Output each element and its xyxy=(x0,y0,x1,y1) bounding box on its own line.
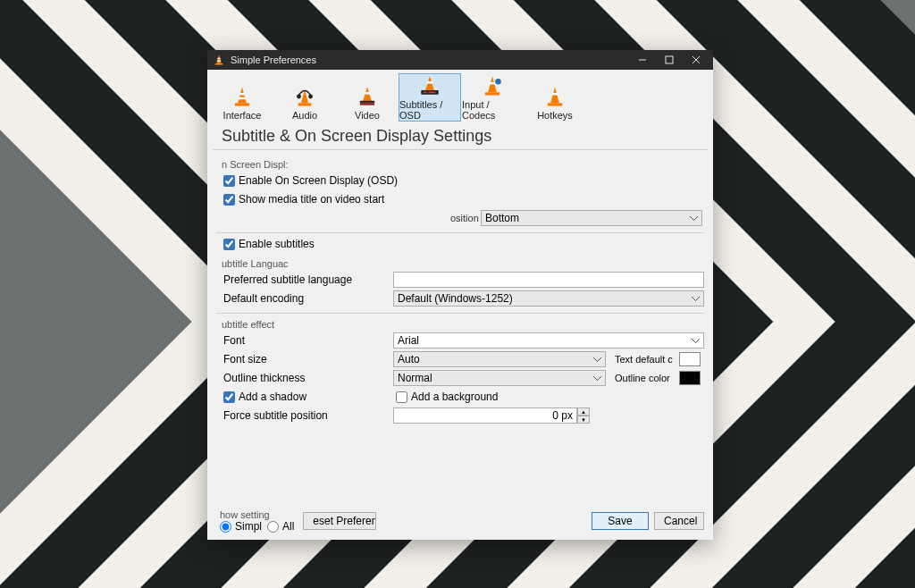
svg-rect-25 xyxy=(428,92,435,94)
minimize-button[interactable] xyxy=(629,50,656,70)
subtitles-cone-icon xyxy=(417,74,442,97)
osd-position-label: osition xyxy=(450,213,481,223)
font-select[interactable]: Arial xyxy=(393,332,704,349)
svg-rect-20 xyxy=(360,101,374,103)
osd-position-select[interactable]: Bottom xyxy=(481,210,702,226)
svg-rect-18 xyxy=(365,92,371,94)
add-background-label: Add a background xyxy=(411,391,498,403)
add-background-checkbox[interactable] xyxy=(396,391,407,403)
outline-thickness-select[interactable]: Normal xyxy=(393,370,606,386)
font-label: Font xyxy=(216,334,393,347)
headphones-cone-icon xyxy=(292,85,317,108)
default-encoding-select[interactable]: Default (Windows-1252) xyxy=(393,290,704,307)
svg-rect-11 xyxy=(239,97,246,99)
svg-rect-24 xyxy=(424,92,427,94)
preferred-language-input[interactable] xyxy=(393,272,704,288)
outline-color-swatch[interactable] xyxy=(679,371,701,385)
svg-rect-10 xyxy=(239,93,246,95)
svg-rect-6 xyxy=(666,56,673,63)
show-settings-simple-radio[interactable] xyxy=(220,521,231,533)
svg-rect-16 xyxy=(298,103,312,105)
category-tabs: Interface Audio Video Subtitles / OSD In… xyxy=(207,70,713,122)
show-settings-all-radio[interactable] xyxy=(267,521,279,533)
maximize-button[interactable] xyxy=(656,50,683,70)
window-title: Simple Preferences xyxy=(231,55,629,65)
force-position-label: Force subtitle position xyxy=(216,409,393,422)
cone-icon xyxy=(230,85,255,108)
subtitle-effect-group-label: ubtitle effect xyxy=(222,319,284,330)
enable-subtitles-label: Enable subtitles xyxy=(239,238,315,250)
preferred-language-label: Preferred subtitle language xyxy=(216,273,393,286)
font-size-select[interactable]: Auto xyxy=(393,351,606,367)
close-button[interactable] xyxy=(683,50,709,70)
save-button[interactable]: Save xyxy=(592,512,649,530)
tab-audio[interactable]: Audio xyxy=(273,73,336,122)
hotkeys-cone-icon xyxy=(542,85,567,108)
subtitle-language-group-label: ubtitle Languac xyxy=(222,258,298,269)
svg-point-15 xyxy=(308,95,313,99)
force-position-spin-up[interactable]: ▲ xyxy=(577,407,590,416)
tab-interface[interactable]: Interface xyxy=(211,73,273,122)
default-encoding-label: Default encoding xyxy=(216,292,393,305)
osd-group-label: n Screen Displ: xyxy=(222,159,293,170)
text-color-swatch[interactable] xyxy=(679,352,701,366)
svg-point-29 xyxy=(495,79,501,85)
reset-preferences-button[interactable]: eset Preference xyxy=(303,512,376,530)
add-shadow-checkbox[interactable] xyxy=(223,391,235,403)
show-settings-all-label: All xyxy=(282,520,294,533)
force-position-input[interactable] xyxy=(393,407,577,424)
svg-rect-31 xyxy=(552,93,558,95)
preferences-window: Simple Preferences Interface Audio Video… xyxy=(207,50,713,540)
cancel-button[interactable]: Cancel xyxy=(654,512,704,530)
svg-rect-12 xyxy=(235,103,249,105)
svg-rect-2 xyxy=(217,58,221,59)
svg-rect-3 xyxy=(217,60,221,61)
enable-osd-checkbox[interactable] xyxy=(223,175,235,187)
svg-rect-4 xyxy=(215,63,223,65)
film-cone-icon xyxy=(355,85,380,108)
enable-subtitles-checkbox[interactable] xyxy=(223,239,235,250)
tab-video[interactable]: Video xyxy=(336,73,399,122)
outline-thickness-label: Outline thickness xyxy=(216,372,393,384)
show-settings-label: how setting xyxy=(220,509,273,520)
settings-form: n Screen Displ: Enable On Screen Display… xyxy=(207,150,713,506)
show-settings-simple-label: Simple xyxy=(235,520,262,533)
font-size-label: Font size xyxy=(216,353,393,365)
svg-rect-27 xyxy=(490,82,496,84)
svg-rect-32 xyxy=(548,103,562,105)
svg-point-14 xyxy=(297,95,301,99)
text-default-color-label: Text default c xyxy=(615,354,676,365)
tab-input-codecs[interactable]: Input / Codecs xyxy=(461,73,524,122)
codecs-cone-icon xyxy=(480,74,505,97)
force-position-spin-down[interactable]: ▼ xyxy=(577,416,590,424)
dialog-footer: how setting Simple All eset Preference S… xyxy=(207,506,713,540)
outline-color-label: Outline color xyxy=(615,373,670,383)
page-title: Subtitle & On Screen Display Settings xyxy=(213,122,708,150)
enable-osd-label: Enable On Screen Display (OSD) xyxy=(239,174,398,187)
show-title-checkbox[interactable] xyxy=(223,194,235,206)
svg-rect-22 xyxy=(427,81,433,83)
show-title-label: Show media title on video start xyxy=(239,193,384,206)
vlc-cone-icon xyxy=(213,54,225,66)
titlebar[interactable]: Simple Preferences xyxy=(207,50,713,70)
tab-hotkeys[interactable]: Hotkeys xyxy=(524,73,586,122)
add-shadow-label: Add a shadow xyxy=(239,391,389,403)
svg-rect-28 xyxy=(485,92,499,95)
tab-subtitles-osd[interactable]: Subtitles / OSD xyxy=(399,73,461,122)
